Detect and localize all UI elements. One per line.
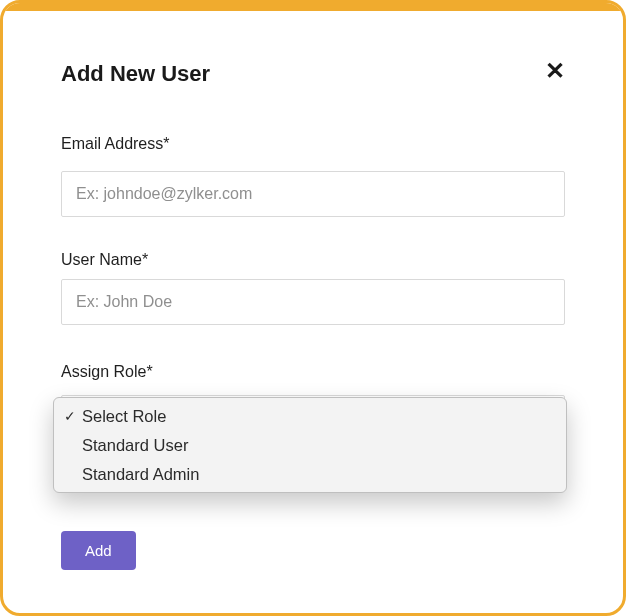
modal-content: Add New User ✕ Email Address* User Name*… [3,11,623,610]
role-option-standard-admin[interactable]: Standard Admin [54,460,566,489]
modal-frame: Add New User ✕ Email Address* User Name*… [0,0,626,616]
email-group: Email Address* [61,135,565,217]
role-option-standard-user[interactable]: Standard User [54,431,566,460]
accent-top-bar [3,3,623,11]
role-option-label: Select Role [82,404,556,429]
add-user-button[interactable]: Add [61,531,136,570]
username-group: User Name* [61,251,565,325]
role-option-label: Standard User [82,433,556,458]
role-dropdown-menu: ✓ Select Role Standard User Standard Adm… [53,397,567,493]
email-field[interactable] [61,171,565,217]
role-option-label: Standard Admin [82,462,556,487]
username-field[interactable] [61,279,565,325]
role-label: Assign Role* [61,363,565,381]
role-group: Assign Role* ✓ Select Role Standard User… [61,363,565,441]
check-icon: ✓ [64,406,82,427]
modal-title: Add New User [61,61,210,87]
role-option-select-role[interactable]: ✓ Select Role [54,402,566,431]
email-label: Email Address* [61,135,565,153]
username-label: User Name* [61,251,565,269]
close-icon[interactable]: ✕ [545,59,565,83]
modal-header: Add New User ✕ [61,61,565,87]
